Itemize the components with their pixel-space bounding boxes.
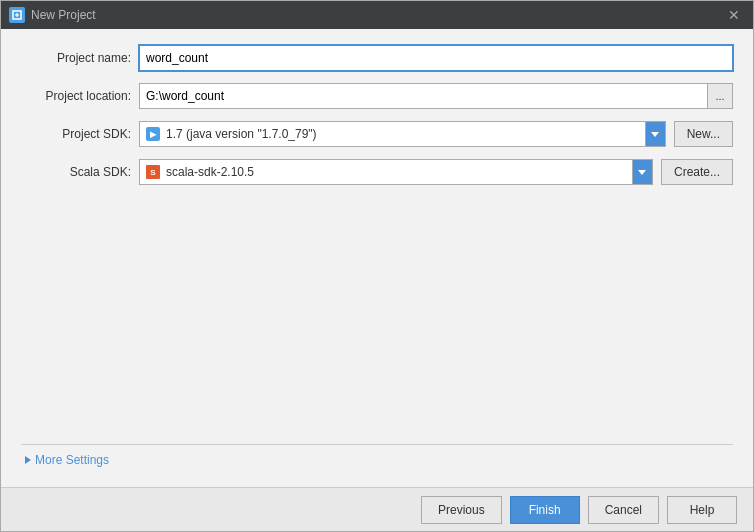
project-name-label: Project name: (21, 51, 131, 65)
project-sdk-new-button[interactable]: New... (674, 121, 733, 147)
help-button[interactable]: Help (667, 496, 737, 524)
scala-sdk-select-inner: S scala-sdk-2.10.5 (140, 165, 632, 179)
project-sdk-select-inner: ▶ 1.7 (java version "1.7.0_79") (140, 127, 645, 141)
dialog-icon (9, 7, 25, 23)
dialog-title: New Project (31, 8, 96, 22)
project-location-input-group: ... (139, 83, 733, 109)
project-sdk-label: Project SDK: (21, 127, 131, 141)
project-sdk-value: 1.7 (java version "1.7.0_79") (166, 127, 317, 141)
scala-sdk-value: scala-sdk-2.10.5 (166, 165, 254, 179)
java-icon: ▶ (146, 127, 160, 141)
scala-sdk-label: Scala SDK: (21, 165, 131, 179)
title-bar-left: New Project (9, 7, 96, 23)
project-location-label: Project location: (21, 89, 131, 103)
project-sdk-dropdown-button[interactable] (645, 121, 665, 147)
dialog-content: Project name: Project location: ... Proj… (1, 29, 753, 487)
dialog-footer: Previous Finish Cancel Help (1, 487, 753, 531)
close-button[interactable]: ✕ (723, 4, 745, 26)
finish-button[interactable]: Finish (510, 496, 580, 524)
new-project-dialog: New Project ✕ Project name: Project loca… (0, 0, 754, 532)
project-sdk-select[interactable]: ▶ 1.7 (java version "1.7.0_79") (139, 121, 666, 147)
project-name-row: Project name: (21, 45, 733, 71)
project-sdk-row: Project SDK: ▶ 1.7 (java version "1.7.0_… (21, 121, 733, 147)
scala-icon: S (146, 165, 160, 179)
scala-sdk-dropdown-button[interactable] (632, 159, 652, 185)
cancel-button[interactable]: Cancel (588, 496, 659, 524)
content-spacer (21, 197, 733, 432)
browse-button[interactable]: ... (707, 83, 733, 109)
project-location-row: Project location: ... (21, 83, 733, 109)
scala-sdk-row: Scala SDK: S scala-sdk-2.10.5 Create... (21, 159, 733, 185)
more-settings-arrow-icon (25, 456, 31, 464)
project-location-input[interactable] (139, 83, 707, 109)
scala-sdk-select[interactable]: S scala-sdk-2.10.5 (139, 159, 653, 185)
more-settings-label: More Settings (35, 453, 109, 467)
title-bar: New Project ✕ (1, 1, 753, 29)
more-settings-section[interactable]: More Settings (21, 444, 733, 471)
previous-button[interactable]: Previous (421, 496, 502, 524)
scala-sdk-create-button[interactable]: Create... (661, 159, 733, 185)
project-name-input[interactable] (139, 45, 733, 71)
